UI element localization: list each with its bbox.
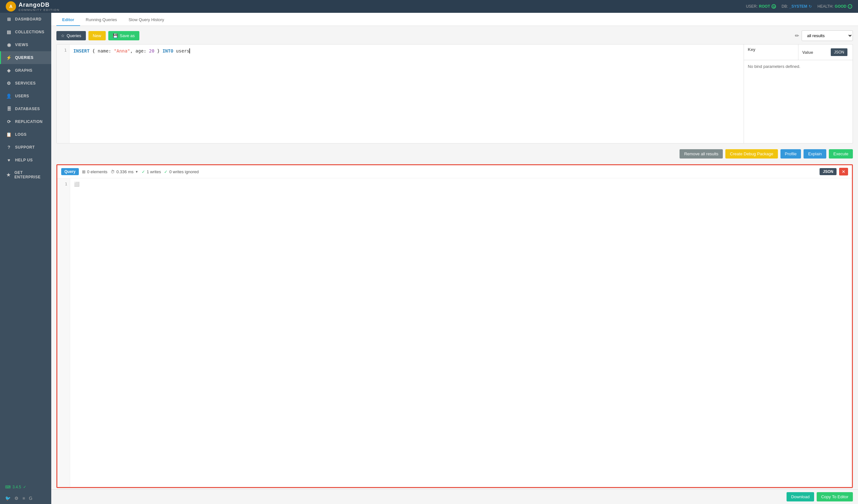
download-button[interactable]: Download [786, 492, 814, 501]
health-label: HEALTH: [817, 4, 833, 9]
version-number: 3.4.5 [13, 485, 21, 489]
sidebar-item-graphs[interactable]: ◈ GRAPHS [0, 64, 51, 77]
google-icon[interactable]: G [29, 496, 32, 501]
execute-button[interactable]: Execute [829, 149, 853, 159]
remove-results-button[interactable]: Remove all results [680, 149, 723, 159]
results-header-right: JSON ✕ [820, 168, 848, 176]
tab-running[interactable]: Running Queries [80, 13, 123, 26]
main-content: Editor Running Queries Slow Query Histor… [51, 13, 858, 504]
sidebar-item-services[interactable]: ⚙ SERVICES [0, 77, 51, 90]
sidebar-item-replication[interactable]: ⟳ REPLICATION [0, 115, 51, 128]
code-editor[interactable]: INSERT { name: "Anna", age: 20 } INTO us… [69, 45, 744, 143]
time-value: 0.336 ms [116, 169, 133, 174]
sidebar-label-dashboard: DASHBOARD [15, 17, 42, 21]
debug-package-button[interactable]: Create Debug Package [725, 149, 778, 159]
app-name: ArangoDB [19, 2, 50, 8]
sidebar-label-databases: DATABASES [15, 107, 40, 111]
save-icon: 💾 [113, 33, 118, 38]
tab-running-label: Running Queries [86, 17, 117, 22]
version-ok-icon: ✓ [23, 485, 26, 489]
code-rest: { name: "Anna", age: 20 } INTO users [90, 48, 190, 53]
sidebar-label-enterprise: GET ENTERPRISE [14, 170, 46, 179]
pencil-icon[interactable]: ✏ [795, 33, 799, 39]
sidebar-item-users[interactable]: 👤 USERS [0, 90, 51, 102]
star-icon: ☆ [61, 33, 65, 38]
settings-icon[interactable]: ⚙ [14, 496, 19, 501]
user-status-icon[interactable]: ⏻ [772, 4, 776, 9]
sidebar-item-support[interactable]: ? SUPPORT [0, 141, 51, 154]
sidebar-label-services: SERVICES [15, 81, 35, 85]
results-panel: Query ⊞ 0 elements ⏱ 0.336 ms ▼ ✓ 1 writ… [57, 164, 853, 488]
graphs-icon: ◈ [6, 68, 12, 73]
sidebar-item-enterprise[interactable]: ★ GET ENTERPRISE [0, 166, 51, 183]
saveas-button-label: Save as [120, 33, 135, 38]
keyboard-icon: ⌨ [5, 485, 11, 489]
table-icon: ⊞ [82, 169, 85, 174]
new-button[interactable]: New [89, 31, 106, 40]
tab-editor-label: Editor [62, 17, 74, 22]
databases-icon: 🗄 [6, 106, 12, 111]
writes-ignored-icon: ✓ [164, 169, 168, 174]
results-json-badge[interactable]: JSON [820, 168, 837, 175]
tab-slow-label: Slow Query History [128, 17, 164, 22]
profile-button[interactable]: Profile [780, 149, 801, 159]
sidebar-item-views[interactable]: ◉ VIEWS [0, 38, 51, 51]
query-area: ☆ Queries New 💾 Save as ✏ all results fi… [51, 26, 858, 489]
layout: ⊞ DASHBOARD ▤ COLLECTIONS ◉ VIEWS ⚡ QUER… [0, 13, 858, 504]
sidebar-item-queries[interactable]: ⚡ QUERIES [0, 51, 51, 64]
sidebar-label-helpus: HELP US [15, 158, 33, 162]
query-toolbar: ☆ Queries New 💾 Save as ✏ all results fi… [57, 30, 853, 41]
results-close-button[interactable]: ✕ [839, 168, 848, 176]
writes-check-icon: ✓ [142, 169, 145, 174]
db-label: DB: [782, 4, 788, 9]
sidebar-item-helpus[interactable]: ♥ HELP US [0, 154, 51, 166]
sidebar-item-dashboard[interactable]: ⊞ DASHBOARD [0, 13, 51, 26]
user-label: USER: [746, 4, 758, 9]
saveas-button[interactable]: 💾 Save as [108, 31, 139, 40]
dashboard-icon: ⊞ [6, 17, 12, 22]
user-info: USER: ROOT ⏻ [746, 4, 776, 9]
toolbar-right: ✏ all results first 100 first 1000 custo… [795, 30, 853, 41]
copy-to-editor-button[interactable]: Copy To Editor [817, 492, 853, 501]
sidebar: ⊞ DASHBOARD ▤ COLLECTIONS ◉ VIEWS ⚡ QUER… [0, 13, 51, 504]
bracket-icon: ⬜ [74, 181, 79, 187]
helpus-icon: ♥ [6, 158, 12, 163]
db-refresh-icon[interactable]: ↻ [809, 4, 812, 9]
edition: COMMUNITY EDITION [19, 8, 60, 12]
sidebar-label-replication: REPLICATION [15, 119, 43, 124]
health-info: HEALTH: GOOD ✓ [817, 4, 852, 9]
social-links: 🐦 ⚙ ≡ G [0, 492, 51, 504]
queries-button-label: Queries [67, 33, 81, 38]
queries-button[interactable]: ☆ Queries [57, 31, 86, 40]
query-badge[interactable]: Query [61, 168, 79, 175]
dropdown-arrow-icon[interactable]: ▼ [135, 170, 139, 174]
topbar: A ArangoDB COMMUNITY EDITION USER: ROOT … [0, 0, 858, 13]
new-button-label: New [93, 33, 101, 38]
sidebar-label-graphs: GRAPHS [15, 68, 32, 73]
collections-icon: ▤ [6, 30, 12, 35]
tab-editor[interactable]: Editor [57, 13, 80, 26]
app-name-block: ArangoDB COMMUNITY EDITION [19, 2, 60, 12]
no-params-msg: No bind parameters defined. [748, 64, 800, 69]
writes-stat: ✓ 1 writes [142, 169, 161, 174]
keyword-insert: INSERT [73, 48, 90, 53]
line-number-1: 1 [59, 48, 67, 52]
sidebar-item-logs[interactable]: 📋 LOGS [0, 128, 51, 141]
editor-panel: 1 INSERT { name: "Anna", age: 20 } INTO … [57, 44, 853, 144]
json-button[interactable]: JSON [831, 48, 847, 56]
services-icon: ⚙ [6, 81, 12, 86]
results-body: 1 ⬜ [57, 178, 852, 487]
twitter-icon[interactable]: 🐦 [5, 496, 11, 501]
sidebar-label-queries: QUERIES [15, 55, 34, 60]
line-numbers: 1 [57, 45, 69, 143]
support-icon: ? [6, 145, 12, 150]
results-header: Query ⊞ 0 elements ⏱ 0.336 ms ▼ ✓ 1 writ… [57, 165, 852, 178]
sidebar-item-collections[interactable]: ▤ COLLECTIONS [0, 26, 51, 38]
results-select[interactable]: all results first 100 first 1000 custom [801, 30, 853, 41]
tab-slow[interactable]: Slow Query History [123, 13, 170, 26]
stack-icon[interactable]: ≡ [22, 496, 25, 501]
sidebar-label-views: VIEWS [15, 43, 28, 47]
sidebar-item-databases[interactable]: 🗄 DATABASES [0, 102, 51, 115]
result-line-1: 1 [60, 181, 67, 186]
explain-button[interactable]: Explain [804, 149, 826, 159]
